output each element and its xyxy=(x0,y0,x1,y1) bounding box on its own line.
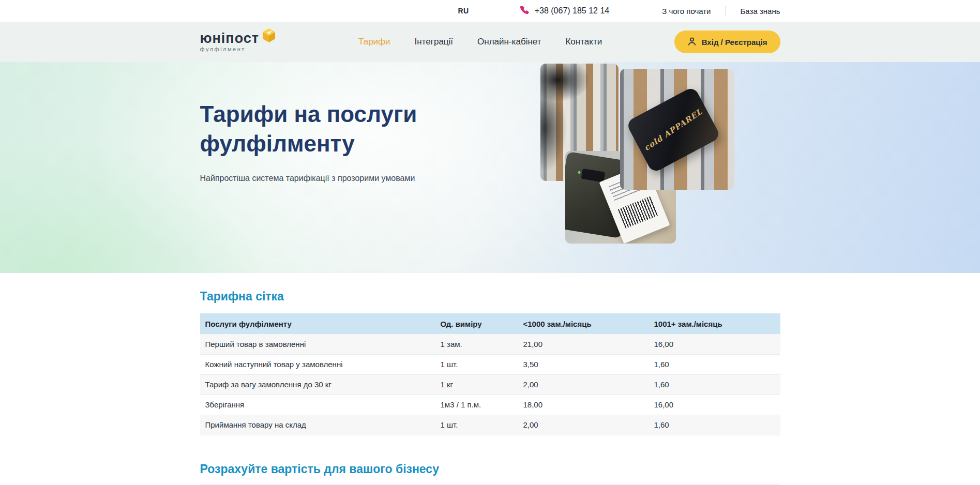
phone-block: +38 (067) 185 12 14 xyxy=(520,5,610,17)
topbar-divider xyxy=(725,6,726,16)
black-package: cold APPAREL xyxy=(625,86,721,173)
table-row: Приймання товару на склад 1 шт. 2,00 1,6… xyxy=(200,415,780,435)
cell-price-high: 16,00 xyxy=(649,395,780,415)
logo[interactable]: юніпост фулфілмент xyxy=(200,32,298,52)
phone-icon xyxy=(520,5,529,17)
cell-price-low: 18,00 xyxy=(518,395,649,415)
table-header-row: Послуги фулфілменту Од. виміру <1000 зам… xyxy=(200,313,780,334)
cell-price-low: 2,00 xyxy=(518,374,649,395)
logo-cube-icon xyxy=(261,27,277,45)
page-title: Тарифи на послуги фулфілменту xyxy=(200,99,417,158)
cell-unit: 1 кг xyxy=(435,374,518,395)
cell-price-low: 2,00 xyxy=(518,415,649,435)
cell-service: Кожний наступний товар у замовленні xyxy=(200,354,435,374)
topbar: RU +38 (067) 185 12 14 З чого почати Баз… xyxy=(0,0,980,22)
cell-price-low: 3,50 xyxy=(518,354,649,374)
cell-service: Приймання товару на склад xyxy=(200,415,435,435)
calculator-section-title: Розрахуйте вартість для вашого бізнесу xyxy=(200,462,780,476)
language-selector[interactable]: RU xyxy=(458,7,469,15)
login-button[interactable]: Вхід / Реєстрація xyxy=(674,31,780,53)
printer-panel xyxy=(581,169,605,183)
column-header-over-1001: 1001+ зам./місяць xyxy=(649,313,780,334)
nav-item-tariffs[interactable]: Тарифи xyxy=(358,37,390,47)
cell-service: Перший товар в замовленні xyxy=(200,334,435,354)
phone-link[interactable]: +38 (067) 185 12 14 xyxy=(535,6,610,16)
login-button-label: Вхід / Реєстрація xyxy=(702,38,767,47)
cell-price-high: 1,60 xyxy=(649,374,780,395)
cell-price-high: 16,00 xyxy=(649,334,780,354)
cell-price-low: 21,00 xyxy=(518,334,649,354)
nav-item-integrations[interactable]: Інтеграції xyxy=(415,37,454,47)
cell-unit: 1 шт. xyxy=(435,415,518,435)
main-content: Тарифна сітка Послуги фулфілменту Од. ви… xyxy=(0,273,980,484)
cell-service: Тариф за вагу замовлення до 30 кг xyxy=(200,374,435,395)
cell-price-high: 1,60 xyxy=(649,415,780,435)
hero-photo-package-apparel: cold APPAREL xyxy=(620,69,734,190)
link-getting-started[interactable]: З чого почати xyxy=(662,7,711,16)
table-row: Тариф за вагу замовлення до 30 кг 1 кг 2… xyxy=(200,374,780,395)
hero-subtitle: Найпростіша система тарифікації з прозор… xyxy=(200,174,417,183)
logo-text: юніпост xyxy=(200,32,260,46)
cell-service: Зберігання xyxy=(200,395,435,415)
nav-item-contacts[interactable]: Контакти xyxy=(565,37,602,47)
barcode xyxy=(617,196,658,229)
package-brand-text: cold APPAREL xyxy=(642,107,704,153)
table-row: Зберігання 1м3 / 1 п.м. 18,00 16,00 xyxy=(200,395,780,415)
cell-unit: 1 шт. xyxy=(435,354,518,374)
column-header-service: Послуги фулфілменту xyxy=(200,313,435,334)
hero-section: Тарифи на послуги фулфілменту Найпростіш… xyxy=(0,62,980,273)
table-row: Перший товар в замовленні 1 зам. 21,00 1… xyxy=(200,334,780,354)
column-header-under-1000: <1000 зам./місяць xyxy=(518,313,649,334)
next-block-top-edge xyxy=(200,484,780,484)
pricing-table: Послуги фулфілменту Од. виміру <1000 зам… xyxy=(200,313,780,435)
link-knowledge-base[interactable]: База знань xyxy=(740,7,780,16)
logo-tagline: фулфілмент xyxy=(200,46,277,52)
site-header: юніпост фулфілмент Тарифи Інтеграції Онл… xyxy=(0,22,980,62)
cell-price-high: 1,60 xyxy=(649,354,780,374)
printer-led xyxy=(578,171,581,174)
nav-item-online-cabinet[interactable]: Онлайн-кабінет xyxy=(477,37,541,47)
main-nav: Тарифи Інтеграції Онлайн-кабінет Контакт… xyxy=(358,37,602,47)
pricing-section-title: Тарифна сітка xyxy=(200,290,780,304)
cell-unit: 1 зам. xyxy=(435,334,518,354)
cell-unit: 1м3 / 1 п.м. xyxy=(435,395,518,415)
table-row: Кожний наступний товар у замовленні 1 шт… xyxy=(200,354,780,374)
user-icon xyxy=(687,37,697,48)
column-header-unit: Од. виміру xyxy=(435,313,518,334)
